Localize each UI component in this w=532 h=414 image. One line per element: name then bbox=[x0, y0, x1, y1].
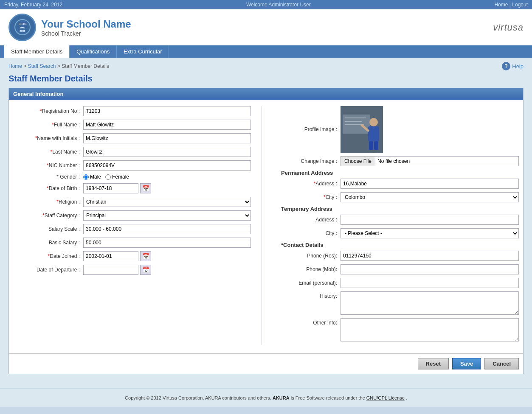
basic-salary-input[interactable] bbox=[83, 238, 251, 248]
registration-no-input[interactable] bbox=[83, 106, 251, 116]
breadcrumb-staff-search[interactable]: Staff Search bbox=[28, 63, 56, 69]
section-body: *Registration No : *Full Name : *Name wi… bbox=[9, 100, 523, 353]
separator: | bbox=[509, 2, 511, 8]
school-subtitle: School Tracker bbox=[41, 30, 131, 37]
home-link[interactable]: Home bbox=[494, 2, 508, 8]
nav-extra-curricular[interactable]: Extra Curricular bbox=[117, 45, 169, 58]
city-select[interactable]: Colombo Kandy Galle Jaffna Other bbox=[341, 192, 519, 202]
nic-number-input[interactable] bbox=[83, 160, 251, 171]
svg-rect-11 bbox=[369, 141, 373, 150]
right-column: Profile Image : bbox=[273, 106, 519, 345]
full-name-row: *Full Name : bbox=[13, 120, 251, 130]
date-of-departure-calendar-btn[interactable]: 📅 bbox=[140, 265, 151, 275]
help-button[interactable]: ? Help bbox=[502, 62, 524, 70]
save-button[interactable]: Save bbox=[452, 358, 481, 369]
full-name-label: *Full Name : bbox=[13, 122, 83, 128]
nav-qualifications[interactable]: Qualifications bbox=[70, 45, 117, 58]
staff-category-label: *Staff Category : bbox=[13, 213, 83, 218]
svg-rect-5 bbox=[343, 115, 370, 134]
date-joined-calendar-btn[interactable]: 📅 bbox=[140, 251, 151, 261]
staff-category-select[interactable]: Principal Teacher Admin Other bbox=[83, 210, 251, 221]
date-of-departure-date-row: 📅 bbox=[83, 265, 151, 275]
dob-row: *Date of Birth : 📅 bbox=[13, 183, 251, 193]
breadcrumb-links: Home > Staff Search > Staff Member Detai… bbox=[8, 63, 109, 69]
general-info-section: General Infomation *Registration No : *F… bbox=[8, 88, 524, 374]
email-input[interactable] bbox=[341, 278, 519, 288]
full-name-input[interactable] bbox=[83, 120, 251, 130]
left-column: *Registration No : *Full Name : *Name wi… bbox=[13, 106, 251, 345]
dob-date-row: 📅 bbox=[83, 183, 151, 193]
date-of-departure-label: Date of Departure : bbox=[13, 267, 83, 273]
nav-bar: Staff Member Details Qualifications Extr… bbox=[0, 45, 532, 58]
date-joined-label: *Date Joined : bbox=[13, 253, 83, 259]
date-of-departure-input[interactable] bbox=[83, 265, 138, 275]
school-info: Your School Name School Tracker bbox=[41, 18, 131, 37]
registration-no-label: *Registration No : bbox=[13, 108, 83, 114]
content-area: Home > Staff Search > Staff Member Detai… bbox=[0, 58, 532, 389]
school-name: Your School Name bbox=[41, 18, 131, 30]
history-label: History: bbox=[281, 291, 341, 299]
footer-period: . bbox=[406, 395, 407, 400]
welcome-label: Welcome Administrator User bbox=[246, 2, 311, 8]
reset-button[interactable]: Reset bbox=[418, 358, 449, 369]
change-image-label: Change Image : bbox=[281, 158, 341, 164]
profile-image-row: Profile Image : bbox=[281, 106, 519, 153]
gender-female-label[interactable]: Female bbox=[105, 174, 129, 180]
other-info-row: Other Info: bbox=[281, 318, 519, 341]
salary-scale-input[interactable] bbox=[83, 224, 251, 234]
basic-salary-label: Basic Salary : bbox=[13, 240, 83, 246]
svg-text:ESTD: ESTD bbox=[18, 22, 26, 25]
address-input[interactable] bbox=[341, 179, 519, 189]
temp-city-select[interactable]: - Please Select - Colombo Kandy Galle Ot… bbox=[341, 228, 519, 238]
phone-mob-input[interactable] bbox=[341, 264, 519, 274]
date-joined-date-row: 📅 bbox=[83, 251, 151, 261]
other-info-textarea[interactable] bbox=[341, 318, 519, 341]
breadcrumb-home[interactable]: Home bbox=[8, 63, 22, 69]
profile-image-label: Profile Image : bbox=[281, 126, 341, 132]
change-image-row: Change Image : Choose File No file chose… bbox=[281, 156, 519, 166]
temp-address-row: Address : bbox=[281, 215, 519, 225]
name-with-initials-input[interactable] bbox=[83, 133, 251, 143]
salary-scale-label: Salary Scale : bbox=[13, 226, 83, 232]
registration-no-row: *Registration No : bbox=[13, 106, 251, 116]
action-buttons: Reset Save Cancel bbox=[9, 353, 523, 374]
dob-label: *Date of Birth : bbox=[13, 185, 83, 191]
footer: Copyright © 2012 Virtusa Corporation, AK… bbox=[0, 389, 532, 407]
temp-city-label: City : bbox=[281, 230, 341, 236]
dob-input[interactable] bbox=[83, 183, 138, 193]
logo-text: ESTD 2007 2008 bbox=[14, 19, 31, 36]
religion-select[interactable]: Christian Buddhist Hindu Muslim Other bbox=[83, 197, 251, 207]
last-name-input[interactable] bbox=[83, 147, 251, 157]
other-info-label: Other Info: bbox=[281, 318, 341, 326]
top-bar: Friday, February 24, 2012 Welcome Admini… bbox=[0, 0, 532, 9]
email-row: Email (personal): bbox=[281, 278, 519, 288]
cancel-button[interactable]: Cancel bbox=[484, 358, 519, 369]
gender-male-label[interactable]: Male bbox=[83, 174, 101, 180]
gender-male-radio[interactable] bbox=[83, 174, 89, 180]
choose-file-btn[interactable]: Choose File bbox=[341, 156, 375, 166]
date-joined-row: *Date Joined : 📅 bbox=[13, 251, 251, 261]
virtusa-logo: virtusa bbox=[493, 22, 524, 33]
logout-link[interactable]: Logout bbox=[512, 2, 528, 8]
gender-female-radio[interactable] bbox=[105, 174, 111, 180]
help-label: Help bbox=[512, 63, 524, 70]
footer-license-link[interactable]: GNU/GPL License bbox=[366, 395, 405, 400]
address-row: *Address : bbox=[281, 179, 519, 189]
nic-number-label: *NIC Number : bbox=[13, 162, 83, 168]
history-textarea[interactable] bbox=[341, 291, 519, 315]
gender-row: * Gender : Male Female bbox=[13, 174, 251, 180]
date-joined-input[interactable] bbox=[83, 251, 138, 261]
dob-calendar-btn[interactable]: 📅 bbox=[140, 183, 151, 193]
city-label: *City : bbox=[281, 194, 341, 200]
temp-address-label: Address : bbox=[281, 217, 341, 223]
name-with-initials-label: *Name with Initials : bbox=[13, 135, 83, 141]
last-name-label: *Last Name : bbox=[13, 149, 83, 155]
staff-category-row: *Staff Category : Principal Teacher Admi… bbox=[13, 210, 251, 221]
help-icon: ? bbox=[502, 62, 510, 70]
phone-res-input[interactable] bbox=[341, 251, 519, 261]
temp-address-input[interactable] bbox=[341, 215, 519, 225]
address-label: *Address : bbox=[281, 181, 341, 187]
nav-staff-member-details[interactable]: Staff Member Details bbox=[4, 45, 70, 58]
logo-badge: ESTD 2007 2008 bbox=[8, 14, 36, 41]
breadcrumb: Home > Staff Search > Staff Member Detai… bbox=[8, 62, 524, 70]
